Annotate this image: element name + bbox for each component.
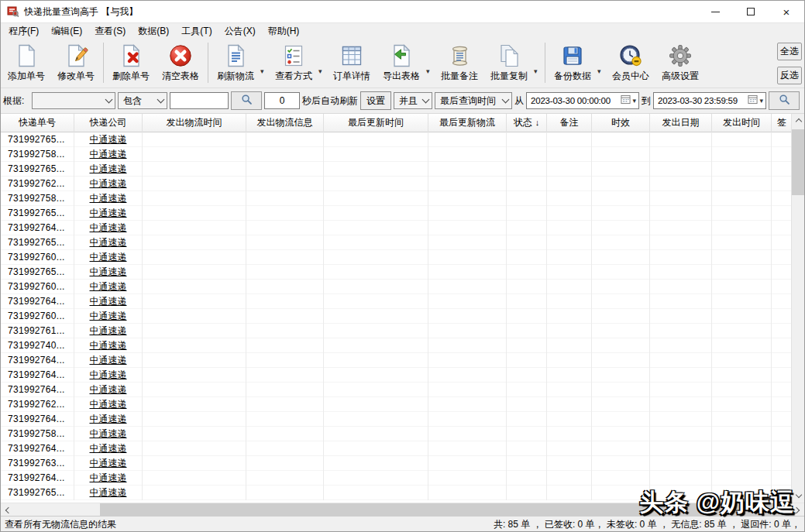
filter-field-select[interactable]	[32, 92, 115, 109]
table-row[interactable]: 731992765...中通速递	[1, 265, 804, 280]
column-header-status[interactable]: 状态↓	[507, 114, 547, 132]
company-link[interactable]: 中通速递	[90, 443, 127, 454]
menu-item-program[interactable]: 程序(F)	[2, 22, 45, 40]
company-link[interactable]: 中通速递	[90, 208, 127, 218]
table-row[interactable]: 731992764...中通速递	[1, 471, 804, 486]
company-link[interactable]: 中通速递	[90, 237, 127, 248]
column-header-first-logistics-info[interactable]: 发出物流信息	[246, 114, 324, 132]
column-header-first-logistics-time[interactable]: 发出物流时间	[143, 114, 246, 132]
company-link[interactable]: 中通速递	[90, 399, 127, 410]
column-header-sign[interactable]: 签	[772, 114, 793, 132]
table-row[interactable]: 731992765...中通速递	[1, 235, 804, 250]
filter-match-select[interactable]: 包含	[118, 92, 167, 109]
table-row[interactable]: 731992764...中通速递	[1, 383, 804, 397]
company-link[interactable]: 中通速递	[90, 325, 127, 336]
minimize-button[interactable]	[697, 1, 733, 22]
column-header-company[interactable]: 快递公司	[74, 114, 143, 132]
auto-refresh-seconds-input[interactable]	[264, 92, 300, 109]
table-row[interactable]: 731992758...中通速递	[1, 191, 804, 206]
dropdown-arrow-icon[interactable]: ▾	[318, 53, 327, 75]
toolbar-button-add-order[interactable]: 添加单号	[2, 41, 51, 83]
company-link[interactable]: 中通速递	[90, 178, 127, 189]
toolbar-button-view-mode[interactable]: 查看方式	[269, 41, 318, 83]
company-link[interactable]: 中通速递	[90, 149, 127, 160]
table-row[interactable]: 731992762...中通速递	[1, 177, 804, 191]
company-link[interactable]: 中通速递	[90, 428, 127, 439]
toolbar-button-batch-copy[interactable]: 批量复制	[484, 41, 534, 83]
settings-button[interactable]: 设置	[360, 91, 391, 110]
filter-time-field-select[interactable]: 最后查询时间	[435, 92, 512, 109]
table-row[interactable]: 731992764...中通速递	[1, 441, 804, 456]
toolbar-button-export-grid[interactable]: 导出表格	[377, 41, 426, 83]
dropdown-arrow-icon[interactable]: ▾	[597, 53, 606, 75]
table-row[interactable]: 731992762...中通速递	[1, 397, 804, 412]
table-row[interactable]: 731992758...中通速递	[1, 427, 804, 441]
invert-selection-button[interactable]: 反选	[777, 67, 802, 84]
toolbar-button-backup-data[interactable]: 备份数据	[548, 41, 597, 83]
company-link[interactable]: 中通速递	[90, 311, 127, 321]
table-row[interactable]: 731992760...中通速递	[1, 309, 804, 324]
select-all-button[interactable]: 全选	[777, 43, 802, 60]
menu-item-edit[interactable]: 编辑(E)	[45, 22, 88, 40]
query-search-button[interactable]	[769, 91, 800, 110]
table-row[interactable]: 731992740...中通速递	[1, 338, 804, 353]
dropdown-arrow-icon[interactable]: ▾	[426, 53, 435, 75]
company-link[interactable]: 中通速递	[90, 163, 127, 174]
table-row[interactable]: 731992760...中通速递	[1, 250, 804, 265]
close-button[interactable]: ×	[769, 1, 804, 22]
table-row[interactable]: 731992765...中通速递	[1, 162, 804, 177]
maximize-button[interactable]	[733, 1, 769, 22]
table-row[interactable]: 731992764...中通速递	[1, 368, 804, 383]
column-header-send-date[interactable]: 发出日期	[650, 114, 712, 132]
filter-search-input[interactable]	[170, 92, 229, 109]
table-row[interactable]: 731992765...中通速递	[1, 206, 804, 221]
table-row[interactable]: 731992764...中通速递	[1, 412, 804, 427]
vertical-scrollbar-thumb[interactable]	[792, 129, 805, 195]
column-header-send-time[interactable]: 发出时间	[712, 114, 772, 132]
company-link[interactable]: 中通速递	[90, 384, 127, 395]
toolbar-button-advanced-settings[interactable]: 高级设置	[655, 41, 705, 83]
toolbar-button-refresh-logistics[interactable]: 刷新物流	[211, 41, 260, 83]
table-row[interactable]: 731992758...中通速递	[1, 147, 804, 162]
menu-item-data[interactable]: 数据(B)	[132, 22, 175, 40]
dropdown-arrow-icon[interactable]: ▾	[534, 53, 542, 75]
scroll-left-icon[interactable]	[1, 503, 14, 517]
company-link[interactable]: 中通速递	[90, 134, 127, 145]
column-header-duration[interactable]: 时效	[592, 114, 650, 132]
dropdown-arrow-icon[interactable]: ▾	[260, 53, 269, 75]
table-row[interactable]: 731992760...中通速递	[1, 280, 804, 294]
company-link[interactable]: 中通速递	[90, 355, 127, 366]
menu-item-help[interactable]: 帮助(H)	[262, 22, 306, 40]
vertical-scrollbar[interactable]	[791, 114, 804, 503]
table-row[interactable]: 731992763...中通速递	[1, 456, 804, 471]
company-link[interactable]: 中通速递	[90, 472, 127, 483]
filter-and-select[interactable]: 并且	[394, 92, 432, 109]
column-header-last-update-logistics[interactable]: 最后更新物流	[428, 114, 507, 132]
menu-item-view[interactable]: 查看(S)	[88, 22, 132, 40]
table-row[interactable]: 731992764...中通速递	[1, 221, 804, 235]
toolbar-button-edit-order[interactable]: 修改单号	[51, 41, 101, 83]
table-row[interactable]: 731992764...中通速递	[1, 353, 804, 368]
company-link[interactable]: 中通速递	[90, 281, 127, 292]
company-link[interactable]: 中通速递	[90, 340, 127, 351]
company-link[interactable]: 中通速递	[90, 266, 127, 277]
column-header-tracking-no[interactable]: 快递单号	[1, 114, 74, 132]
column-header-last-update-time[interactable]: 最后更新时间	[324, 114, 428, 132]
from-datetime-picker[interactable]: 2023-03-30 00:00:00 ▾	[526, 92, 639, 109]
toolbar-button-batch-note[interactable]: 批量备注	[435, 41, 484, 83]
to-datetime-picker[interactable]: 2023-03-30 23:59:59 ▾	[653, 92, 766, 109]
company-link[interactable]: 中通速递	[90, 458, 127, 469]
filter-search-button[interactable]	[231, 91, 262, 110]
menu-item-notice[interactable]: 公告(X)	[218, 22, 262, 40]
company-link[interactable]: 中通速递	[90, 252, 127, 263]
company-link[interactable]: 中通速递	[90, 414, 127, 424]
company-link[interactable]: 中通速递	[90, 487, 127, 498]
table-row[interactable]: 731992765...中通速递	[1, 132, 804, 147]
company-link[interactable]: 中通速递	[90, 222, 127, 233]
table-row[interactable]: 731992761...中通速递	[1, 324, 804, 338]
table-row[interactable]: 731992764...中通速递	[1, 294, 804, 309]
column-header-note[interactable]: 备注	[547, 114, 592, 132]
toolbar-button-order-detail[interactable]: 订单详情	[327, 41, 377, 83]
scroll-up-icon[interactable]	[792, 114, 805, 127]
toolbar-button-clear-grid[interactable]: 清空表格	[156, 41, 205, 83]
